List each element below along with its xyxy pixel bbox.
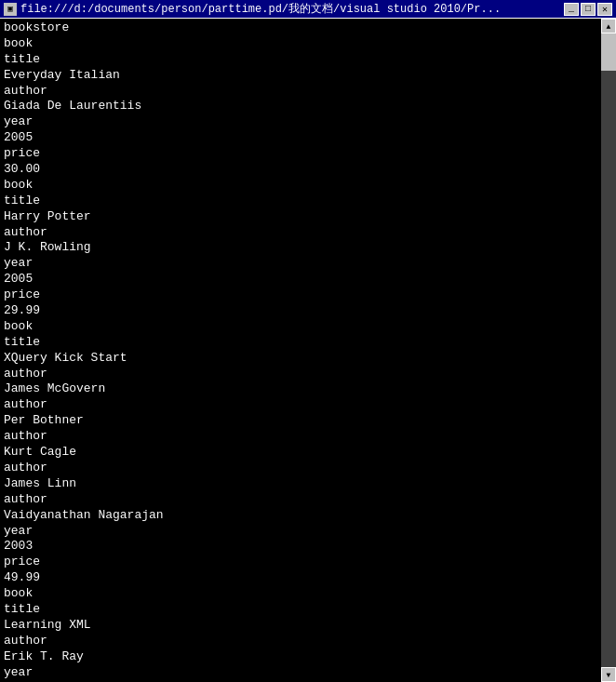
text-line: author [4, 634, 597, 649]
text-line: author [4, 397, 597, 413]
text-line: author [4, 225, 597, 241]
text-line: James McGovern [4, 381, 597, 397]
minimize-button[interactable]: _ [564, 3, 579, 16]
text-line: price [4, 146, 597, 162]
maximize-button[interactable]: □ [581, 3, 596, 16]
text-line: Erik T. Ray [4, 649, 597, 665]
text-line: 2005 [4, 272, 597, 288]
text-line: Kurt Cagle [4, 445, 597, 461]
text-line: 29.99 [4, 303, 597, 319]
text-line: author [4, 429, 597, 445]
text-line: year [4, 256, 597, 272]
scroll-up-arrow[interactable]: ▲ [601, 19, 616, 33]
text-line: bookstore [4, 20, 597, 36]
text-line: Per Bothner [4, 413, 597, 429]
text-line: Harry Potter [4, 209, 597, 225]
text-line: James Linn [4, 476, 597, 492]
title-bar-controls: _ □ ✕ [564, 3, 612, 16]
text-line: title [4, 52, 597, 68]
text-line: J K. Rowling [4, 240, 597, 256]
text-line: author [4, 461, 597, 476]
content-area: bookstorebooktitleEveryday Italianauthor… [0, 19, 616, 682]
text-line: year [4, 114, 597, 130]
text-line: title [4, 194, 597, 209]
text-line: price [4, 555, 597, 570]
text-line: Learning XML [4, 618, 597, 634]
title-bar-left: ▣ file:///d:/documents/person/parttime.p… [4, 1, 501, 17]
text-line: title [4, 602, 597, 618]
text-line: XQuery Kick Start [4, 351, 597, 367]
text-line: book [4, 319, 597, 335]
text-line: 2003 [4, 539, 597, 555]
text-line: 49.99 [4, 570, 597, 586]
text-line: author [4, 367, 597, 382]
text-line: book [4, 178, 597, 194]
text-line: year [4, 665, 597, 681]
window-icon: ▣ [4, 3, 17, 16]
text-line: year [4, 524, 597, 540]
close-button[interactable]: ✕ [597, 3, 612, 16]
text-line: 30.00 [4, 162, 597, 178]
text-line: book [4, 586, 597, 602]
text-line: Vaidyanathan Nagarajan [4, 508, 597, 524]
scrollbar-track[interactable] [601, 33, 616, 667]
title-bar: ▣ file:///d:/documents/person/parttime.p… [0, 0, 616, 19]
scroll-down-arrow[interactable]: ▼ [601, 667, 616, 682]
text-line: Everyday Italian [4, 68, 597, 84]
text-line: Giada De Laurentiis [4, 99, 597, 114]
text-line: author [4, 84, 597, 100]
scrollbar[interactable]: ▲ ▼ [601, 19, 616, 682]
text-line: 2005 [4, 130, 597, 146]
text-line: title [4, 335, 597, 351]
text-line: price [4, 288, 597, 303]
text-line: author [4, 492, 597, 508]
window: ▣ file:///d:/documents/person/parttime.p… [0, 0, 616, 682]
scrollbar-thumb[interactable] [601, 33, 616, 71]
text-line: book [4, 36, 597, 52]
text-content[interactable]: bookstorebooktitleEveryday Italianauthor… [0, 19, 601, 682]
title-bar-text: file:///d:/documents/person/parttime.pd/… [20, 1, 501, 17]
